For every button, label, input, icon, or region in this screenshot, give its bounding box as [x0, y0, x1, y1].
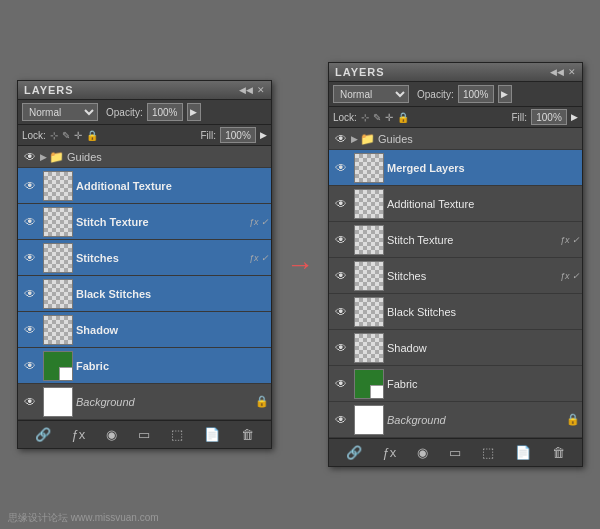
right-eye-additional-texture[interactable]: 👁: [331, 197, 351, 211]
left-name-stitches: Stitches: [76, 252, 247, 264]
right-footer-group-icon[interactable]: ⬚: [482, 445, 494, 460]
left-eye-stitch-texture[interactable]: 👁: [20, 215, 40, 229]
right-name-stitches: Stitches: [387, 270, 558, 282]
left-layer-fabric[interactable]: 👁 Fabric: [18, 348, 271, 384]
left-thumb-background: [43, 387, 73, 417]
left-eye-black-stitches[interactable]: 👁: [20, 287, 40, 301]
right-name-background: Background: [387, 414, 564, 426]
right-footer-delete-icon[interactable]: 🗑: [552, 445, 565, 460]
left-eye-additional-texture[interactable]: 👁: [20, 179, 40, 193]
right-eye-stitch-texture[interactable]: 👁: [331, 233, 351, 247]
right-footer-new-icon[interactable]: 📄: [515, 445, 531, 460]
right-eye-merged-layers[interactable]: 👁: [331, 161, 351, 175]
right-layer-guides[interactable]: 👁 ▶ 📁 Guides: [329, 128, 582, 150]
left-layer-guides[interactable]: 👁 ▶ 📁 Guides: [18, 146, 271, 168]
left-panel-title: LAYERS: [24, 84, 74, 96]
right-layer-stitch-texture[interactable]: 👁 Stitch Texture ƒx ✓: [329, 222, 582, 258]
right-layer-shadow[interactable]: 👁 Shadow: [329, 330, 582, 366]
right-footer-mask-icon[interactable]: ◉: [417, 445, 428, 460]
right-eye-stitches[interactable]: 👁: [331, 269, 351, 283]
right-fill-input[interactable]: [531, 109, 567, 125]
left-opacity-label: Opacity:: [106, 107, 143, 118]
left-layer-stitch-texture[interactable]: 👁 Stitch Texture ƒx ✓: [18, 204, 271, 240]
left-thumb-black-stitches: [43, 279, 73, 309]
right-lock-move-icon[interactable]: ✛: [385, 112, 393, 123]
left-layer-background[interactable]: 👁 Background 🔒: [18, 384, 271, 420]
right-eye-shadow[interactable]: 👁: [331, 341, 351, 355]
left-name-shadow: Shadow: [76, 324, 269, 336]
right-layers-list: 👁 ▶ 📁 Guides 👁 Merged Layers 👁 Additiona…: [329, 128, 582, 438]
left-footer-link-icon[interactable]: 🔗: [35, 427, 51, 442]
left-lock-all-icon[interactable]: 🔒: [86, 130, 98, 141]
right-collapse-icon[interactable]: ◀◀: [550, 67, 564, 77]
left-name-black-stitches: Black Stitches: [76, 288, 269, 300]
right-fill-label: Fill:: [511, 112, 527, 123]
right-layer-black-stitches[interactable]: 👁 Black Stitches: [329, 294, 582, 330]
left-lock-move-icon[interactable]: ✛: [74, 130, 82, 141]
right-eye-guides[interactable]: 👁: [331, 132, 351, 146]
left-fill-input[interactable]: [220, 127, 256, 143]
right-eye-black-stitches[interactable]: 👁: [331, 305, 351, 319]
left-eye-shadow[interactable]: 👁: [20, 323, 40, 337]
left-blend-mode-select[interactable]: Normal: [22, 103, 98, 121]
left-layer-additional-texture[interactable]: 👁 Additional Texture: [18, 168, 271, 204]
right-eye-background[interactable]: 👁: [331, 413, 351, 427]
right-layer-merged-layers[interactable]: 👁 Merged Layers: [329, 150, 582, 186]
left-layer-shadow[interactable]: 👁 Shadow: [18, 312, 271, 348]
right-name-additional-texture: Additional Texture: [387, 198, 580, 210]
left-fill-label: Fill:: [200, 130, 216, 141]
left-guides-arrow-icon[interactable]: ▶: [40, 152, 47, 162]
left-eye-background[interactable]: 👁: [20, 395, 40, 409]
right-guides-arrow-icon[interactable]: ▶: [351, 134, 358, 144]
right-fill-arrow[interactable]: ▶: [571, 112, 578, 122]
left-eye-guides[interactable]: 👁: [20, 150, 40, 164]
right-name-fabric: Fabric: [387, 378, 580, 390]
left-footer-delete-icon[interactable]: 🗑: [241, 427, 254, 442]
right-eye-fabric[interactable]: 👁: [331, 377, 351, 391]
right-blend-mode-select[interactable]: Normal: [333, 85, 409, 103]
left-layer-stitches[interactable]: 👁 Stitches ƒx ✓: [18, 240, 271, 276]
right-footer-link-icon[interactable]: 🔗: [346, 445, 362, 460]
watermark-text: 思缘设计论坛 www.missvuan.com: [8, 511, 159, 525]
left-footer-new-icon[interactable]: 📄: [204, 427, 220, 442]
right-layer-additional-texture[interactable]: 👁 Additional Texture: [329, 186, 582, 222]
right-layer-fabric[interactable]: 👁 Fabric: [329, 366, 582, 402]
right-lock-all-icon[interactable]: 🔒: [397, 112, 409, 123]
right-footer-fx-icon[interactable]: ƒx: [383, 445, 397, 460]
left-eye-fabric[interactable]: 👁: [20, 359, 40, 373]
right-close-icon[interactable]: ✕: [568, 67, 576, 77]
right-layer-stitches[interactable]: 👁 Stitches ƒx ✓: [329, 258, 582, 294]
right-lock-label: Lock:: [333, 112, 357, 123]
left-footer-shape-icon[interactable]: ▭: [138, 427, 150, 442]
left-close-icon[interactable]: ✕: [257, 85, 265, 95]
left-layer-black-stitches[interactable]: 👁 Black Stitches: [18, 276, 271, 312]
right-panel-footer: 🔗 ƒx ◉ ▭ ⬚ 📄 🗑: [329, 438, 582, 466]
right-panel-toolbar: Normal Opacity: ▶: [329, 82, 582, 107]
right-layer-background[interactable]: 👁 Background 🔒: [329, 402, 582, 438]
left-fill-arrow[interactable]: ▶: [260, 130, 267, 140]
left-footer-group-icon[interactable]: ⬚: [171, 427, 183, 442]
left-opacity-arrow[interactable]: ▶: [187, 103, 201, 121]
left-eye-stitches[interactable]: 👁: [20, 251, 40, 265]
right-lock-background-icon: 🔒: [566, 413, 580, 426]
left-guides-label: Guides: [67, 151, 102, 163]
left-opacity-input[interactable]: [147, 103, 183, 121]
left-footer-fx-icon[interactable]: ƒx: [72, 427, 86, 442]
left-collapse-icon[interactable]: ◀◀: [239, 85, 253, 95]
left-footer-mask-icon[interactable]: ◉: [106, 427, 117, 442]
right-footer-shape-icon[interactable]: ▭: [449, 445, 461, 460]
right-name-black-stitches: Black Stitches: [387, 306, 580, 318]
left-name-additional-texture: Additional Texture: [76, 180, 269, 192]
right-lock-position-icon[interactable]: ⊹: [361, 112, 369, 123]
left-panel-titlebar: LAYERS ◀◀ ✕: [18, 81, 271, 100]
left-lock-brush-icon[interactable]: ✎: [62, 130, 70, 141]
right-thumb-black-stitches: [354, 297, 384, 327]
left-guides-folder-icon: 📁: [49, 150, 64, 164]
left-thumb-fabric: [43, 351, 73, 381]
left-lock-position-icon[interactable]: ⊹: [50, 130, 58, 141]
left-lock-label: Lock:: [22, 130, 46, 141]
right-opacity-arrow[interactable]: ▶: [498, 85, 512, 103]
right-fx-stitches: ƒx ✓: [560, 271, 580, 281]
right-lock-brush-icon[interactable]: ✎: [373, 112, 381, 123]
right-opacity-input[interactable]: [458, 85, 494, 103]
